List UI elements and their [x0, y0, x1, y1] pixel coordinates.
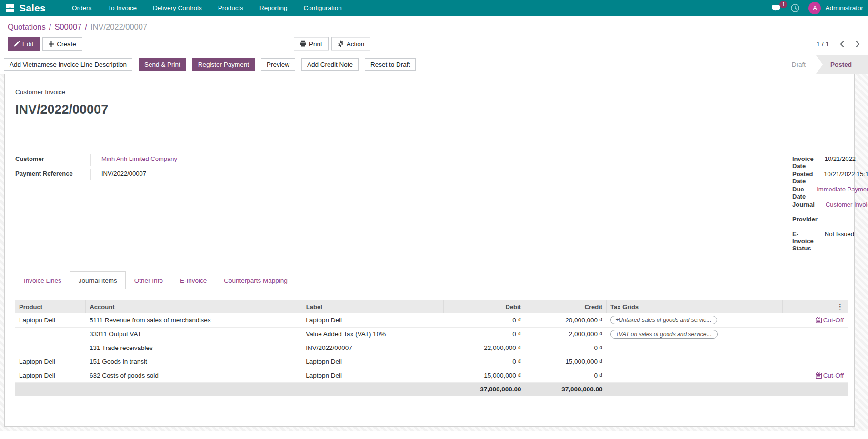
cell-account: 632 Costs of goods sold [86, 369, 302, 382]
breadcrumb-current: INV/2022/00007 [90, 22, 147, 31]
action-button[interactable]: Action [331, 37, 371, 51]
cell-credit: 0 ₫ [525, 369, 607, 382]
cell-debit: 22,000,000 ₫ [443, 341, 525, 355]
cell-product: Laptopn Dell [15, 355, 86, 369]
activity-clock-icon[interactable] [790, 3, 800, 13]
table-row[interactable]: 131 Trade receivables INV/2022/00007 22,… [15, 341, 848, 355]
total-debit: 37,000,000.00 [443, 382, 525, 396]
print-button[interactable]: Print [294, 37, 329, 51]
tax-grid-pill[interactable]: +VAT on sales of goods and service… [610, 330, 718, 339]
cell-product: Laptopn Dell [15, 369, 86, 382]
posted-date-value: 10/21/2022 15:12:12 [813, 170, 868, 181]
send-print-button[interactable]: Send & Print [139, 58, 186, 71]
tab-invoice-lines[interactable]: Invoice Lines [15, 271, 70, 289]
user-menu[interactable]: A Administrator [808, 2, 863, 14]
status-widget: Draft Posted [781, 55, 868, 74]
cell-debit: 15,000,000 ₫ [443, 369, 525, 382]
menu-delivery-controls[interactable]: Delivery Controls [145, 0, 210, 16]
tab-e-invoice[interactable]: E-Invoice [171, 271, 215, 289]
invoice-sheet: Customer Invoice INV/2022/00007 Customer… [4, 74, 855, 427]
menu-reporting[interactable]: Reporting [251, 0, 296, 16]
cell-product: Laptopn Dell [15, 313, 86, 327]
cell-debit: 0 ₫ [443, 327, 525, 341]
cell-product [15, 341, 86, 355]
table-row[interactable]: Laptopn Dell 632 Costs of goods sold Lap… [15, 369, 848, 382]
status-draft[interactable]: Draft [781, 55, 816, 74]
user-name: Administrator [825, 4, 863, 11]
invoice-date-value: 10/21/2022 [814, 154, 868, 166]
customer-label: Customer [15, 154, 90, 162]
cell-tax-grids [607, 341, 783, 355]
cell-label: Laptopn Dell [302, 313, 443, 327]
journal-value[interactable]: Customer Invoices [815, 200, 868, 211]
cell-cutoff: Cut-Off [783, 369, 848, 382]
cell-label: Laptopn Dell [302, 355, 443, 369]
cell-tax-grids [607, 369, 783, 382]
apps-menu-icon[interactable] [6, 4, 14, 12]
cell-account: 5111 Revenue from sales of merchandises [86, 313, 302, 327]
breadcrumb-separator: / [85, 22, 87, 31]
cell-credit: 15,000,000 ₫ [525, 355, 607, 369]
app-brand[interactable]: Sales [19, 2, 46, 14]
add-credit-note-button[interactable]: Add Credit Note [301, 58, 359, 71]
payment-reference-label: Payment Reference [15, 169, 90, 177]
cell-credit: 0 ₫ [525, 341, 607, 355]
column-debit[interactable]: Debit [443, 300, 525, 313]
column-account[interactable]: Account [86, 300, 302, 313]
column-tax-grids[interactable]: Tax Grids [607, 300, 783, 313]
register-payment-button[interactable]: Register Payment [192, 58, 255, 71]
tax-grid-pill[interactable]: +Untaxed sales of goods and servic… [610, 316, 717, 324]
control-panel: Edit Create Print Action 1 / 1 [0, 32, 868, 55]
pager-value: 1 / 1 [817, 40, 829, 48]
invoice-fields: Customer Minh Anh Limited Company Paymen… [15, 154, 848, 252]
table-row[interactable]: 33311 Output VAT Value Added Tax (VAT) 1… [15, 327, 848, 341]
column-product[interactable]: Product [15, 300, 86, 313]
messages-button[interactable]: 1 [772, 4, 782, 12]
tab-journal-items[interactable]: Journal Items [70, 271, 126, 289]
tab-other-info[interactable]: Other Info [126, 271, 171, 289]
cell-debit: 0 ₫ [443, 313, 525, 327]
invoice-number-title: INV/2022/00007 [15, 102, 848, 117]
optional-columns-icon[interactable]: ⋮ [787, 302, 844, 311]
column-credit[interactable]: Credit [525, 300, 607, 313]
menu-orders[interactable]: Orders [64, 0, 100, 16]
customer-value[interactable]: Minh Anh Limited Company [90, 154, 214, 166]
cell-tax-grids: +VAT on sales of goods and service… [607, 327, 783, 341]
breadcrumb: Quotations/S00007/INV/2022/00007 [0, 16, 868, 32]
cell-account: 151 Goods in transit [86, 355, 302, 369]
edit-button[interactable]: Edit [8, 37, 40, 51]
cell-cutoff [783, 355, 848, 369]
pager-next-button[interactable] [856, 40, 860, 47]
plus-icon [49, 41, 54, 47]
create-button[interactable]: Create [42, 37, 82, 51]
table-row[interactable]: Laptopn Dell 5111 Revenue from sales of … [15, 313, 848, 327]
table-row[interactable]: Laptopn Dell 151 Goods in transit Laptop… [15, 355, 848, 369]
breadcrumb-quotations[interactable]: Quotations [8, 22, 46, 31]
cutoff-button[interactable]: Cut-Off [816, 372, 844, 379]
pager-previous-button[interactable] [839, 40, 844, 47]
main-menu: Orders To Invoice Delivery Controls Prod… [64, 0, 350, 16]
due-date-value[interactable]: Immediate Payment [806, 185, 868, 196]
menu-products[interactable]: Products [210, 0, 251, 16]
preview-button[interactable]: Preview [261, 58, 295, 71]
provider-value [818, 215, 868, 226]
menu-configuration[interactable]: Configuration [296, 0, 350, 16]
breadcrumb-separator: / [49, 22, 51, 31]
form-view-background: Customer Invoice INV/2022/00007 Customer… [0, 74, 868, 431]
menu-to-invoice[interactable]: To Invoice [100, 0, 145, 16]
cell-cutoff: Cut-Off [783, 313, 848, 327]
messages-count-badge: 1 [779, 1, 787, 8]
provider-label: Provider [792, 215, 818, 223]
reset-to-draft-button[interactable]: Reset to Draft [365, 58, 416, 71]
add-vietnamese-description-button[interactable]: Add Vietnamese Invoice Line Description [4, 58, 132, 71]
invoice-date-label: Invoice Date [792, 154, 814, 170]
cell-debit: 0 ₫ [443, 355, 525, 369]
calendar-icon [816, 317, 822, 323]
column-label[interactable]: Label [302, 300, 443, 313]
status-posted[interactable]: Posted [816, 55, 868, 74]
breadcrumb-s00007[interactable]: S00007 [54, 22, 81, 31]
tab-counterparts-mapping[interactable]: Counterparts Mapping [215, 271, 296, 289]
cell-cutoff [783, 341, 848, 355]
cell-tax-grids [607, 355, 783, 369]
cutoff-button[interactable]: Cut-Off [816, 317, 844, 324]
